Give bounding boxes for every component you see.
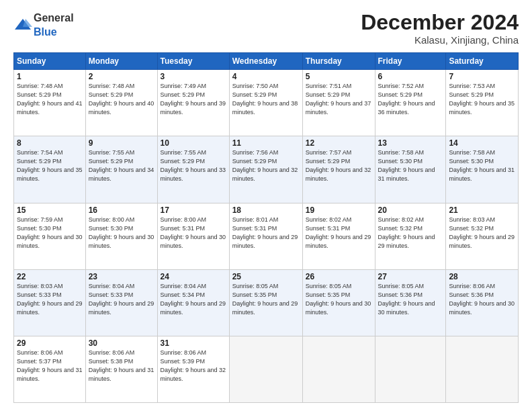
header: General Blue December 2024 Kalasu, Xinji… (13, 11, 519, 46)
table-row: 5Sunrise: 7:51 AMSunset: 5:29 PMDaylight… (302, 70, 375, 136)
table-row: 9Sunrise: 7:55 AMSunset: 5:29 PMDaylight… (85, 136, 157, 203)
day-info: Sunrise: 8:04 AMSunset: 5:33 PMDaylight:… (89, 282, 154, 317)
svg-marker-1 (23, 19, 32, 27)
calendar-week-row: 8Sunrise: 7:54 AMSunset: 5:29 PMDaylight… (14, 136, 519, 203)
col-sunday: Sunday (14, 53, 86, 70)
day-number: 14 (449, 138, 515, 148)
day-number: 20 (378, 205, 443, 215)
table-row: 2Sunrise: 7:48 AMSunset: 5:29 PMDaylight… (85, 70, 157, 136)
logo: General Blue (13, 11, 74, 39)
col-friday: Friday (375, 53, 446, 70)
table-row: 8Sunrise: 7:54 AMSunset: 5:29 PMDaylight… (14, 136, 86, 203)
day-info: Sunrise: 7:49 AMSunset: 5:29 PMDaylight:… (161, 82, 226, 117)
day-number: 2 (89, 72, 154, 81)
day-number: 30 (89, 338, 154, 348)
day-info: Sunrise: 7:56 AMSunset: 5:29 PMDaylight:… (232, 148, 300, 183)
day-number: 6 (378, 72, 443, 81)
table-row: 4Sunrise: 7:50 AMSunset: 5:29 PMDaylight… (229, 70, 302, 136)
day-number: 4 (232, 72, 300, 81)
day-info: Sunrise: 8:05 AMSunset: 5:36 PMDaylight:… (378, 282, 443, 317)
day-number: 29 (17, 338, 83, 348)
table-row: 31Sunrise: 8:06 AMSunset: 5:39 PMDayligh… (157, 336, 229, 402)
col-wednesday: Wednesday (229, 53, 302, 70)
day-number: 12 (306, 138, 372, 148)
logo-general-text: General (34, 12, 74, 24)
day-info: Sunrise: 7:58 AMSunset: 5:30 PMDaylight:… (449, 148, 515, 183)
day-info: Sunrise: 7:48 AMSunset: 5:29 PMDaylight:… (89, 82, 154, 117)
day-info: Sunrise: 8:05 AMSunset: 5:35 PMDaylight:… (232, 282, 300, 317)
table-row: 19Sunrise: 8:02 AMSunset: 5:31 PMDayligh… (302, 203, 375, 269)
day-number: 17 (161, 205, 226, 215)
table-row: 7Sunrise: 7:53 AMSunset: 5:29 PMDaylight… (446, 70, 519, 136)
table-row: 13Sunrise: 7:58 AMSunset: 5:30 PMDayligh… (375, 136, 446, 203)
day-number: 19 (306, 205, 372, 215)
table-row: 26Sunrise: 8:05 AMSunset: 5:35 PMDayligh… (302, 269, 375, 336)
day-number: 1 (17, 72, 83, 81)
day-info: Sunrise: 8:01 AMSunset: 5:31 PMDaylight:… (232, 216, 300, 250)
table-row: 17Sunrise: 8:00 AMSunset: 5:31 PMDayligh… (157, 203, 229, 269)
day-number: 15 (17, 205, 83, 215)
logo-blue-text: Blue (34, 26, 57, 38)
table-row: 3Sunrise: 7:49 AMSunset: 5:29 PMDaylight… (157, 70, 229, 136)
day-info: Sunrise: 8:00 AMSunset: 5:31 PMDaylight:… (161, 216, 226, 250)
table-row: 15Sunrise: 7:59 AMSunset: 5:30 PMDayligh… (14, 203, 86, 269)
day-info: Sunrise: 8:02 AMSunset: 5:31 PMDaylight:… (306, 216, 372, 250)
day-info: Sunrise: 7:58 AMSunset: 5:30 PMDaylight:… (378, 148, 443, 183)
day-number: 22 (17, 272, 83, 281)
day-info: Sunrise: 7:57 AMSunset: 5:29 PMDaylight:… (306, 148, 372, 183)
day-info: Sunrise: 8:00 AMSunset: 5:30 PMDaylight:… (89, 216, 154, 250)
calendar-week-row: 29Sunrise: 8:06 AMSunset: 5:37 PMDayligh… (14, 336, 519, 402)
day-info: Sunrise: 7:55 AMSunset: 5:29 PMDaylight:… (161, 148, 226, 183)
day-info: Sunrise: 8:06 AMSunset: 5:36 PMDaylight:… (449, 282, 515, 317)
table-row: 1Sunrise: 7:48 AMSunset: 5:29 PMDaylight… (14, 70, 86, 136)
table-row: 29Sunrise: 8:06 AMSunset: 5:37 PMDayligh… (14, 336, 86, 402)
page: General Blue December 2024 Kalasu, Xinji… (0, 0, 532, 411)
day-number: 25 (232, 272, 300, 281)
day-info: Sunrise: 8:06 AMSunset: 5:37 PMDaylight:… (17, 349, 83, 383)
day-info: Sunrise: 7:53 AMSunset: 5:29 PMDaylight:… (449, 82, 515, 117)
logo-icon (13, 17, 32, 32)
day-info: Sunrise: 7:59 AMSunset: 5:30 PMDaylight:… (17, 216, 83, 250)
table-row: 24Sunrise: 8:04 AMSunset: 5:34 PMDayligh… (157, 269, 229, 336)
calendar: Sunday Monday Tuesday Wednesday Thursday… (13, 52, 519, 403)
table-row: 25Sunrise: 8:05 AMSunset: 5:35 PMDayligh… (229, 269, 302, 336)
col-monday: Monday (85, 53, 157, 70)
col-thursday: Thursday (302, 53, 375, 70)
table-row: 30Sunrise: 8:06 AMSunset: 5:38 PMDayligh… (85, 336, 157, 402)
day-number: 23 (89, 272, 154, 281)
day-info: Sunrise: 8:02 AMSunset: 5:32 PMDaylight:… (378, 216, 443, 250)
day-info: Sunrise: 7:52 AMSunset: 5:29 PMDaylight:… (378, 82, 443, 117)
day-info: Sunrise: 7:55 AMSunset: 5:29 PMDaylight:… (89, 148, 154, 183)
table-row: 20Sunrise: 8:02 AMSunset: 5:32 PMDayligh… (375, 203, 446, 269)
calendar-header-row: Sunday Monday Tuesday Wednesday Thursday… (14, 53, 519, 70)
day-number: 31 (161, 338, 226, 348)
day-number: 10 (161, 138, 226, 148)
day-number: 16 (89, 205, 154, 215)
table-row: 6Sunrise: 7:52 AMSunset: 5:29 PMDaylight… (375, 70, 446, 136)
day-number: 24 (161, 272, 226, 281)
day-number: 3 (161, 72, 226, 81)
month-title: December 2024 (361, 11, 519, 34)
calendar-week-row: 1Sunrise: 7:48 AMSunset: 5:29 PMDaylight… (14, 70, 519, 136)
day-info: Sunrise: 8:06 AMSunset: 5:38 PMDaylight:… (89, 349, 154, 383)
day-number: 11 (232, 138, 300, 148)
col-tuesday: Tuesday (157, 53, 229, 70)
day-number: 21 (449, 205, 515, 215)
calendar-week-row: 22Sunrise: 8:03 AMSunset: 5:33 PMDayligh… (14, 269, 519, 336)
day-number: 13 (378, 138, 443, 148)
table-row: 16Sunrise: 8:00 AMSunset: 5:30 PMDayligh… (85, 203, 157, 269)
table-row: 18Sunrise: 8:01 AMSunset: 5:31 PMDayligh… (229, 203, 302, 269)
day-info: Sunrise: 8:06 AMSunset: 5:39 PMDaylight:… (161, 349, 226, 383)
day-number: 26 (306, 272, 372, 281)
day-number: 8 (17, 138, 83, 148)
table-row (375, 336, 446, 402)
table-row: 27Sunrise: 8:05 AMSunset: 5:36 PMDayligh… (375, 269, 446, 336)
day-info: Sunrise: 7:51 AMSunset: 5:29 PMDaylight:… (306, 82, 372, 117)
day-number: 28 (449, 272, 515, 281)
day-info: Sunrise: 8:03 AMSunset: 5:32 PMDaylight:… (449, 216, 515, 250)
table-row: 10Sunrise: 7:55 AMSunset: 5:29 PMDayligh… (157, 136, 229, 203)
table-row: 21Sunrise: 8:03 AMSunset: 5:32 PMDayligh… (446, 203, 519, 269)
table-row (446, 336, 519, 402)
table-row: 14Sunrise: 7:58 AMSunset: 5:30 PMDayligh… (446, 136, 519, 203)
day-number: 9 (89, 138, 154, 148)
